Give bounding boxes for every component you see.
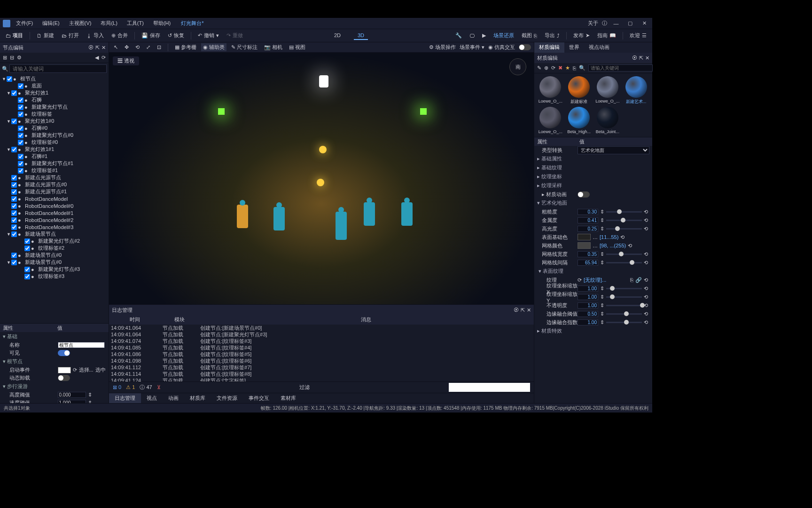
tree-node[interactable]: ●新建点光源节点#0 (0, 181, 109, 188)
bottom-tab[interactable]: 素材库 (275, 393, 302, 403)
edge-exp-slider[interactable] (606, 322, 642, 323)
rp-group[interactable]: ▾ 表面纹理 (534, 267, 652, 276)
visibility-checkbox[interactable] (11, 217, 17, 223)
view-button[interactable]: ▤ 视图 (287, 43, 307, 51)
camera-button[interactable]: 📷 相机 (262, 43, 284, 51)
reset-icon[interactable]: ⟲ (644, 260, 649, 266)
about-label[interactable]: 关于 (588, 20, 598, 27)
grid-toggle[interactable]: ▦ 参考栅 (173, 43, 198, 51)
visibility-checkbox[interactable] (18, 97, 23, 103)
reset-icon[interactable]: ⟲ (644, 217, 649, 223)
prop-group-walk[interactable]: ▾ 步行漫游 (0, 382, 109, 391)
reset-icon[interactable]: ⟲ (644, 319, 649, 325)
rp-group[interactable]: ▸ 材质特效 (534, 326, 652, 335)
visibility-checkbox[interactable] (11, 203, 17, 209)
scale-y-slider[interactable] (606, 296, 642, 298)
grid-gap-slider[interactable] (606, 262, 642, 263)
log-row[interactable]: 14:09:41.114节点加载创建节点:[纹理标签#8] (111, 371, 532, 377)
menu-layout[interactable]: 布局(L) (97, 19, 121, 28)
aux-toggle[interactable]: ◉ 辅助类 (201, 43, 226, 51)
mode-3d[interactable]: 3D (354, 32, 368, 40)
tree-node[interactable]: ●RobotDanceModel#3 (0, 223, 109, 230)
scene-op-button[interactable]: ⚙ 场景操作 (429, 44, 456, 51)
visibility-checkbox[interactable] (24, 238, 30, 244)
tree-node[interactable]: ●纹理标签#0 (0, 139, 109, 146)
dock-icon[interactable]: ⇱ (521, 307, 525, 313)
bottom-tab[interactable]: 日志管理 (109, 393, 141, 403)
log-row[interactable]: 14:09:41.086节点加载创建节点:[纹理标签#5] (111, 351, 532, 357)
material-swatch[interactable]: Beta_Joint... (594, 107, 621, 134)
pin-icon[interactable]: ⦿ (514, 307, 519, 313)
edge-blend-slider[interactable] (606, 313, 642, 315)
log-body[interactable]: 14:09:41.064节点加载创建节点:[新建场景节点#0]14:09:41.… (109, 325, 534, 381)
tree-node[interactable]: ●新建聚光灯节点#1 (0, 160, 109, 167)
material-search-input[interactable] (588, 64, 653, 71)
close-button[interactable]: ✕ (641, 20, 648, 27)
scale-y-input[interactable] (578, 294, 598, 300)
copy-icon[interactable]: ⎘ (573, 65, 576, 71)
error-count[interactable]: ⊠ 0 (113, 384, 121, 390)
tree-node[interactable]: ●石狮#1 (0, 153, 109, 160)
tree-node[interactable]: ●石狮 (0, 96, 109, 103)
tree-node[interactable]: ●纹理标签#1 (0, 167, 109, 174)
menu-help[interactable]: 帮助(H) (149, 19, 174, 28)
tree-node[interactable]: ▼●新建场景节点 (0, 230, 109, 238)
visibility-checkbox[interactable] (11, 224, 17, 230)
material-swatch[interactable]: Loewe_O_... (537, 76, 564, 105)
scale-x-slider[interactable] (606, 288, 642, 289)
tree-node[interactable]: ▼●聚光灯效1#1 (0, 146, 109, 153)
tree-node[interactable]: ●新建聚光灯节点#0 (0, 132, 109, 139)
visibility-checkbox[interactable] (18, 111, 23, 117)
visibility-checkbox[interactable] (11, 119, 17, 124)
redo-button[interactable]: ↷重做 (224, 31, 246, 40)
compass[interactable]: 南 (509, 58, 526, 75)
dock-icon[interactable]: ⇱ (639, 55, 643, 61)
tree-search-input[interactable] (9, 64, 107, 73)
visibility-checkbox[interactable] (18, 154, 23, 159)
visibility-checkbox[interactable] (11, 189, 17, 195)
right-tab[interactable]: 材质编辑 (534, 42, 564, 53)
refresh-icon[interactable]: ⟳ (578, 277, 582, 283)
event-color[interactable] (58, 367, 71, 373)
visibility-checkbox[interactable] (18, 168, 23, 174)
material-swatch[interactable]: Loewe_O_... (537, 107, 564, 134)
tree-node[interactable]: ●RobotDanceModel#1 (0, 209, 109, 216)
log-row[interactable]: 14:09:41.124节点加载创建节点:[文字标签] (111, 377, 532, 381)
mat-anim-toggle[interactable] (578, 191, 590, 198)
grid-width-slider[interactable] (606, 254, 642, 255)
tree-node[interactable]: ●纹理标签#2 (0, 245, 109, 252)
metal-input[interactable] (578, 217, 598, 223)
refresh-icon[interactable]: ⟳ (73, 367, 77, 373)
visibility-checkbox[interactable] (11, 147, 17, 152)
rp-group[interactable]: ▸ 纹理坐标 (534, 172, 652, 181)
guide-button[interactable]: 指南📖 (594, 31, 619, 40)
rp-group[interactable]: ▸ 基础纹理 (534, 163, 652, 172)
visibility-checkbox[interactable] (11, 231, 17, 237)
dock-icon[interactable]: ⇱ (95, 45, 100, 51)
selected-label[interactable]: 选中 (95, 366, 106, 373)
visibility-checkbox[interactable] (11, 210, 17, 216)
delete-icon[interactable]: ✖ (558, 65, 562, 71)
tree-node[interactable]: ●RobotDanceModel (0, 195, 109, 202)
visibility-checkbox[interactable] (24, 267, 30, 272)
right-tab[interactable]: 世界 (564, 42, 584, 53)
log-row[interactable]: 14:09:41.064节点加载创建节点:[新建聚光灯节点#3] (111, 331, 532, 338)
new-button[interactable]: 🗋新建 (34, 31, 57, 40)
visibility-checkbox[interactable] (24, 246, 30, 251)
tree-node[interactable]: ●新建聚光灯节点 (0, 103, 109, 111)
bottom-tab[interactable]: 材质库 (184, 393, 211, 403)
log-row[interactable]: 14:09:41.085节点加载创建节点:[纹理标签#4] (111, 344, 532, 351)
3d-viewport[interactable]: ☰ 透视 南 (109, 53, 534, 304)
warn-count[interactable]: ⚠ 1 (126, 384, 135, 390)
reset-icon[interactable]: ⟲ (628, 243, 633, 249)
menu-file[interactable]: 文件(F) (12, 19, 37, 28)
menu-main-view[interactable]: 主视图(V) (65, 19, 95, 28)
menu-edit[interactable]: 编辑(E) (39, 19, 63, 28)
publish-button[interactable]: 发布➤ (570, 31, 593, 40)
collapse-icon[interactable]: ⊟ (10, 55, 14, 61)
import-button[interactable]: ⭳导入 (84, 31, 107, 40)
rp-group[interactable]: ▸ 纹理采样 (534, 181, 652, 190)
material-swatch[interactable]: Loewe_O_... (594, 76, 621, 105)
log-filter-input[interactable] (449, 383, 530, 392)
visibility-checkbox[interactable] (11, 253, 17, 258)
